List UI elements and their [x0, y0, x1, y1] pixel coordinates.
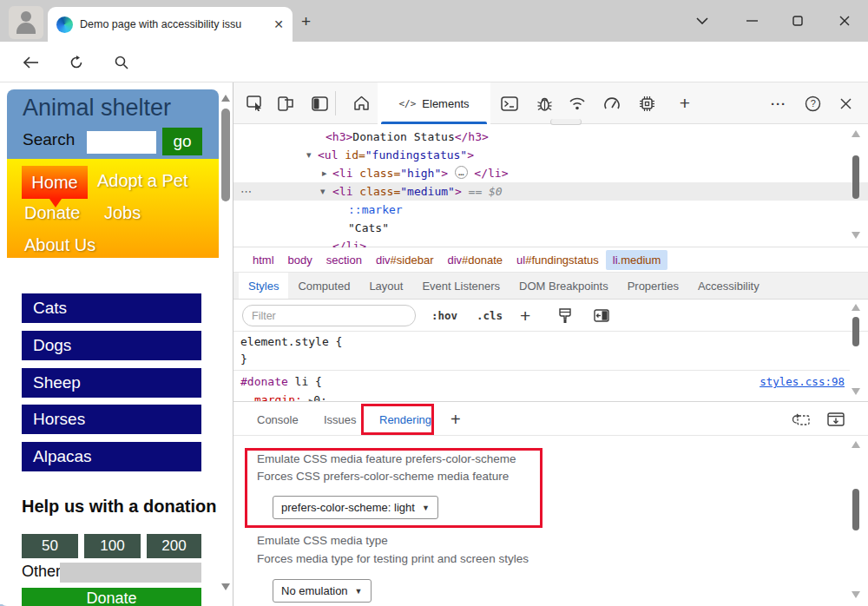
nav-jobs-link[interactable]: Jobs	[104, 203, 141, 223]
prefers-color-scheme-select[interactable]: prefers-color-scheme: light ▼	[273, 496, 438, 519]
new-style-rule-plus-icon[interactable]: +	[520, 300, 530, 332]
crumb-body[interactable]: body	[281, 250, 319, 270]
network-wifi-icon[interactable]	[562, 82, 592, 124]
styles-scrollbar[interactable]	[849, 301, 863, 400]
inline-expand-icon[interactable]: …	[455, 166, 468, 179]
element-state-brush-icon[interactable]	[558, 300, 572, 332]
cls-toggle[interactable]: .cls	[477, 300, 503, 332]
styles-filter-input[interactable]	[242, 305, 416, 326]
scroll-down-icon[interactable]	[852, 388, 860, 395]
search-input[interactable]	[87, 131, 156, 154]
undock-drawer-icon[interactable]	[792, 402, 810, 437]
browser-tab[interactable]: Demo page with accessibility issu ✕	[48, 7, 293, 42]
help-icon[interactable]: ?	[798, 82, 827, 124]
console-tool-icon[interactable]	[495, 82, 524, 124]
amount-50-button[interactable]: 50	[22, 534, 78, 558]
crumb-ul-fundingstatus[interactable]: ul#fundingstatus	[510, 250, 606, 270]
home-tool-icon[interactable]	[346, 82, 376, 124]
expand-open-icon[interactable]: ▾	[306, 146, 312, 164]
animal-link-alpacas[interactable]: Alpacas	[22, 442, 201, 471]
animal-link-dogs[interactable]: Dogs	[22, 331, 201, 360]
tab-console[interactable]: Console	[257, 402, 299, 437]
nav-about-link[interactable]: About Us	[24, 235, 95, 255]
tab-dom-breakpoints[interactable]: DOM Breakpoints	[510, 273, 618, 299]
animal-link-horses[interactable]: Horses	[22, 405, 201, 434]
tab-accessibility[interactable]: Accessibility	[688, 273, 769, 299]
tree-row-li-medium-selected[interactable]: ⋯ ▾ <li class="medium"> == $0	[233, 182, 868, 201]
memory-chip-icon[interactable]	[632, 82, 661, 124]
expand-closed-icon[interactable]: ▸	[322, 164, 327, 182]
row-menu-dots-icon[interactable]: ⋯	[240, 182, 253, 201]
crumb-div-sidebar[interactable]: div#sidebar	[369, 250, 441, 270]
maximize-button[interactable]	[778, 0, 818, 42]
tab-event-listeners[interactable]: Event Listeners	[412, 273, 510, 299]
add-drawer-tab-icon[interactable]: +	[450, 402, 461, 437]
animal-link-sheep[interactable]: Sheep	[22, 368, 201, 398]
refresh-button[interactable]	[61, 42, 92, 82]
margin-property[interactable]: margin: ▸0;	[254, 393, 327, 401]
tab-elements[interactable]: </> Elements	[378, 82, 490, 124]
nav-donate-link[interactable]: Donate	[24, 203, 81, 223]
page-scrollbar[interactable]	[219, 82, 233, 606]
drawer-scrollbar-thumb[interactable]	[852, 489, 859, 530]
crumb-html[interactable]: html	[246, 250, 281, 270]
crumb-li-medium[interactable]: li.medium	[606, 250, 668, 270]
scroll-down-icon[interactable]	[852, 232, 860, 239]
search-icon[interactable]	[106, 42, 137, 82]
profile-button[interactable]	[9, 6, 43, 39]
tab-rendering[interactable]: Rendering	[379, 402, 431, 437]
tab-issues[interactable]: Issues	[324, 402, 357, 437]
animal-link-cats[interactable]: Cats	[22, 293, 201, 323]
activity-bar-icon[interactable]	[305, 82, 334, 124]
donate-li-rule[interactable]: #donate li {	[240, 375, 322, 388]
close-devtools-icon[interactable]	[831, 82, 860, 124]
tab-computed[interactable]: Computed	[288, 273, 359, 299]
nav-adopt-link[interactable]: Adopt a Pet	[97, 171, 188, 191]
device-emulation-icon[interactable]	[272, 82, 301, 124]
nav-home-link[interactable]: Home	[22, 166, 88, 199]
scroll-up-icon[interactable]	[221, 95, 230, 102]
tree-row-ul[interactable]: ▾ <ul id="fundingstatus">	[233, 146, 850, 164]
tab-styles[interactable]: Styles	[239, 273, 288, 299]
tab-close-icon[interactable]: ✕	[273, 18, 284, 30]
crumb-div-donate[interactable]: div#donate	[440, 250, 510, 270]
scroll-down-icon[interactable]	[221, 583, 230, 590]
media-type-select[interactable]: No emulation ▼	[273, 579, 372, 603]
styles-scrollbar-thumb[interactable]	[852, 317, 859, 346]
tab-layout[interactable]: Layout	[359, 273, 412, 299]
minimize-button[interactable]	[732, 0, 772, 42]
scroll-up-icon[interactable]	[852, 441, 860, 448]
element-style-rule[interactable]: element.style {	[240, 335, 342, 348]
debugger-bug-icon[interactable]	[529, 82, 559, 124]
hov-toggle[interactable]: :hov	[431, 300, 457, 332]
computed-sidebar-toggle-icon[interactable]	[594, 300, 609, 332]
crumb-section[interactable]: section	[319, 250, 369, 270]
tree-row-h3[interactable]: <h3>Donation Status</h3>	[233, 128, 850, 146]
go-button[interactable]: go	[162, 128, 202, 155]
other-amount-input[interactable]	[60, 563, 201, 583]
tab-search-chevron-icon[interactable]	[682, 0, 722, 42]
amount-100-button[interactable]: 100	[84, 534, 141, 558]
amount-200-button[interactable]: 200	[147, 534, 201, 558]
expand-open-icon[interactable]: ▾	[320, 182, 326, 201]
page-scrollbar-thumb[interactable]	[221, 109, 230, 201]
collapse-drawer-icon[interactable]	[827, 402, 845, 437]
tree-row-text[interactable]: "Cats"	[233, 219, 850, 237]
inspect-element-icon[interactable]	[240, 82, 270, 124]
tree-row-li-high[interactable]: ▸ <li class="high"> … </li>	[233, 164, 850, 182]
scroll-down-icon[interactable]	[852, 591, 860, 598]
performance-gauge-icon[interactable]	[597, 82, 627, 124]
stylesheet-link[interactable]: styles.css:98	[760, 375, 845, 388]
back-button[interactable]	[16, 42, 47, 82]
tree-scrollbar-thumb[interactable]	[852, 155, 859, 199]
scroll-up-icon[interactable]	[852, 130, 860, 137]
new-tab-button[interactable]: +	[301, 12, 311, 31]
tab-properties[interactable]: Properties	[618, 273, 688, 299]
tree-scrollbar[interactable]	[849, 126, 863, 247]
drawer-scrollbar[interactable]	[849, 438, 863, 603]
more-tools-plus-icon[interactable]: +	[670, 82, 700, 124]
donate-button[interactable]: Donate	[22, 588, 201, 606]
scroll-up-icon[interactable]	[852, 304, 860, 311]
devtools-menu-icon[interactable]: ···	[764, 82, 793, 124]
tree-row-marker[interactable]: ::marker	[233, 201, 850, 219]
